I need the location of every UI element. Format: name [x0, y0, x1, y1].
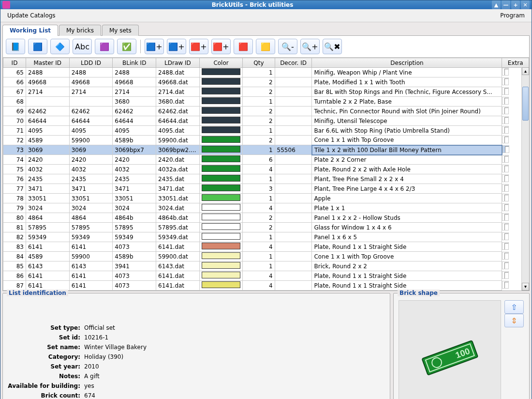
extra-checkbox[interactable]	[504, 243, 509, 250]
maximize-button[interactable]: +	[511, 0, 520, 9]
color-swatch	[202, 165, 241, 172]
tab-my-sets[interactable]: My sets	[102, 25, 139, 36]
table-row[interactable]: 8157895578955789557895.dat2Glass for Win…	[3, 223, 529, 232]
scroll-up-button[interactable]: ▴	[522, 67, 529, 75]
ident-value: 10216-1	[84, 334, 385, 341]
extra-checkbox[interactable]	[504, 117, 509, 124]
table-row[interactable]: 6962462624626246262462.dat2Technic, Pin …	[3, 107, 529, 116]
extra-checkbox[interactable]	[504, 253, 509, 260]
extra-checkbox[interactable]	[504, 195, 509, 201]
color-swatch	[202, 107, 241, 114]
toolbar-button-15[interactable]: 🔍✖	[323, 39, 342, 54]
toolbar-button-5[interactable]: ✅	[117, 39, 136, 54]
table-row[interactable]: 866141614140736141.dat4Plate, Round 1 x …	[3, 271, 529, 281]
menu-update-catalogs[interactable]: Update Catalogs	[4, 11, 59, 20]
column-header[interactable]: ID	[3, 58, 26, 68]
extra-checkbox[interactable]	[504, 156, 509, 163]
table-row[interactable]: 724589599004589b59900.dat2Cone 1 x 1 wit…	[3, 136, 529, 145]
table-row[interactable]: 762435243524352435.dat1Plant, Tree Pine …	[3, 174, 529, 184]
ident-label: Brick count:	[8, 392, 80, 399]
table-row[interactable]: 6649668496684966849668.dat2Plate, Modifi…	[3, 77, 529, 87]
scroll-down-button[interactable]: ▾	[522, 283, 529, 291]
toolbar-button-12[interactable]: 🟨	[256, 39, 275, 54]
table-row[interactable]: 714095409540954095.dat1Bar 6.6L with Sto…	[3, 126, 529, 136]
roll-up-button[interactable]: ▲	[492, 0, 501, 9]
extra-checkbox[interactable]	[504, 166, 509, 172]
brick-table-wrap: IDMaster IDLDD IDBLink IDLDraw IDColorQt…	[3, 58, 529, 291]
toolbar-button-0[interactable]: 📘	[6, 39, 25, 54]
column-header[interactable]: LDraw ID	[156, 58, 200, 68]
extra-checkbox[interactable]	[504, 78, 509, 85]
extra-checkbox[interactable]	[504, 107, 509, 114]
table-row[interactable]: 73306930693069bpx73069bpw2....155506Tile…	[3, 145, 529, 155]
toolbar-button-4[interactable]: 🟪	[95, 39, 114, 54]
table-row[interactable]: 80486448644864b4864b.dat2Panel 1 x 2 x 2…	[3, 213, 529, 223]
extra-checkbox[interactable]	[504, 224, 509, 230]
toolbar-button-10[interactable]: 🟥+	[211, 39, 231, 54]
extra-checkbox[interactable]	[504, 175, 509, 182]
color-swatch	[202, 281, 241, 288]
extra-checkbox[interactable]	[504, 272, 509, 279]
ident-value: Holiday (390)	[84, 353, 385, 360]
toolbar-button-11[interactable]: 🟥	[234, 39, 253, 54]
table-row[interactable]: 844589599004589b59900.dat1Cone 1 x 1 wit…	[3, 252, 529, 261]
toolbar-button-9[interactable]: 🟥+	[189, 39, 208, 54]
column-header[interactable]: Description	[312, 58, 502, 68]
ident-label: Set name:	[8, 344, 80, 351]
toolbar-button-7[interactable]: 🟦+	[145, 39, 164, 54]
toolbar-button-13[interactable]: 🔍-	[278, 39, 297, 54]
toolbar-button-14[interactable]: 🔍+	[300, 39, 320, 54]
column-header[interactable]: BLink ID	[113, 58, 156, 68]
extra-checkbox[interactable]	[505, 146, 509, 153]
extra-checkbox[interactable]	[504, 88, 509, 95]
extra-checkbox[interactable]	[504, 214, 509, 221]
ident-value: Official set	[84, 324, 385, 331]
rotate-updown-button[interactable]: ⇕	[504, 314, 524, 327]
table-row[interactable]: 754032403240324032a.dat4Plate, Round 2 x…	[3, 165, 529, 174]
scroll-thumb[interactable]	[522, 87, 529, 121]
extra-checkbox[interactable]	[504, 127, 509, 134]
table-row[interactable]: 7064644646446464464644.dat2Minifig, Uten…	[3, 116, 529, 126]
extra-checkbox[interactable]	[504, 262, 509, 269]
table-row[interactable]: 856143614339416143.dat1Brick, Round 2 x …	[3, 261, 529, 271]
column-header[interactable]: Decor. ID	[275, 58, 312, 68]
table-scrollbar[interactable]: ▴ ▾	[521, 67, 529, 291]
brick-table[interactable]: IDMaster IDLDD IDBLink IDLDraw IDColorQt…	[3, 58, 529, 291]
table-row[interactable]: 6836803680.dat1Turntable 2 x 2 Plate, Ba…	[3, 97, 529, 107]
table-row[interactable]: 773471347134713471.dat3Plant, Tree Pine …	[3, 184, 529, 194]
column-header[interactable]: Qty	[243, 58, 275, 68]
extra-checkbox[interactable]	[504, 69, 509, 76]
tabbar: Working ListMy bricksMy sets	[2, 24, 530, 35]
extra-checkbox[interactable]	[504, 185, 509, 192]
column-header[interactable]: Master ID	[26, 58, 69, 68]
table-row[interactable]: 793024302430243024.dat4Plate 1 x 1	[3, 203, 529, 213]
toolbar-button-8[interactable]: 🟦+	[167, 39, 186, 54]
table-row[interactable]: 876141614140736141.dat4Plate, Round 1 x …	[3, 281, 529, 291]
color-swatch	[202, 97, 241, 104]
table-row[interactable]: 7833051330513305133051.dat1Apple	[3, 194, 529, 203]
table-row[interactable]: 672714271427142714.dat2Bar 8L with Stop …	[3, 87, 529, 97]
extra-checkbox[interactable]	[504, 233, 509, 240]
rotate-up-button[interactable]: ⇧	[504, 300, 524, 314]
toolbar-button-2[interactable]: 🔷	[50, 39, 70, 54]
table-row[interactable]: 652488248824882488.dat1Minifig, Weapon W…	[3, 68, 529, 77]
tab-my-bricks[interactable]: My bricks	[59, 25, 101, 36]
table-row[interactable]: 836141614140736141.dat4Plate, Round 1 x …	[3, 242, 529, 252]
window-title: BrickUtils - Brick utilities	[13, 1, 492, 8]
toolbar-button-3[interactable]: Abc	[73, 39, 92, 54]
menu-program[interactable]: Program	[497, 11, 528, 20]
extra-checkbox[interactable]	[504, 98, 509, 105]
tab-working-list[interactable]: Working List	[2, 25, 58, 36]
column-header[interactable]: LDD ID	[69, 58, 113, 68]
extra-checkbox[interactable]	[504, 282, 509, 289]
list-identification-panel: List identification Set type:Official se…	[2, 293, 390, 399]
close-button[interactable]: ✕	[521, 0, 530, 9]
extra-checkbox[interactable]	[504, 204, 509, 211]
extra-checkbox[interactable]	[504, 137, 509, 143]
column-header[interactable]: Color	[199, 58, 243, 68]
column-header[interactable]: Extra	[502, 58, 529, 68]
table-row[interactable]: 8259349593495934959349.dat1Panel 1 x 6 x…	[3, 232, 529, 242]
minimize-button[interactable]: —	[502, 0, 510, 9]
toolbar-button-1[interactable]: 🟦	[28, 39, 47, 54]
table-row[interactable]: 742420242024202420.dat6Plate 2 x 2 Corne…	[3, 155, 529, 165]
